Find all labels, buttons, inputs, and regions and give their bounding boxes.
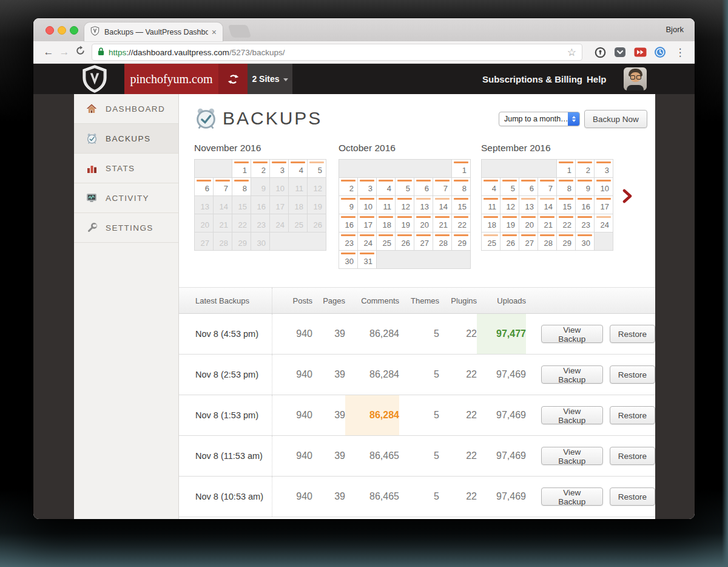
restore-button[interactable]: Restore [610,487,655,506]
current-site-name[interactable]: pinchofyum.com [124,64,218,94]
calendar-day[interactable]: 14 [538,196,557,214]
window-minimize-button[interactable] [58,26,66,35]
calendar-day[interactable]: 1 [232,160,251,178]
calendar-day[interactable]: 29 [452,233,471,251]
calendar-day[interactable]: 15 [557,196,576,214]
calendar-day[interactable]: 21 [433,214,452,233]
calendar-day[interactable]: 7 [433,178,452,196]
calendar-day[interactable]: 6 [519,178,538,196]
calendar-day[interactable]: 3 [270,160,289,178]
history-clock-icon[interactable] [653,45,667,59]
calendar-day[interactable]: 4 [289,160,308,178]
calendar-day[interactable]: 24 [595,214,613,233]
menu-dots-icon[interactable]: ⋮ [673,45,687,59]
calendar-day[interactable]: 23 [339,233,358,251]
view-backup-button[interactable]: View Backup [541,406,603,424]
calendar-day[interactable]: 11 [482,196,500,214]
fastforward-icon[interactable] [633,45,647,59]
restore-button[interactable]: Restore [610,447,655,465]
window-zoom-button[interactable] [70,26,78,35]
calendar-day[interactable]: 27 [414,233,433,251]
vaultpress-shield-icon[interactable] [81,65,109,95]
calendar-day[interactable]: 24 [358,233,377,251]
calendar-day[interactable]: 14 [433,196,452,214]
calendar-day[interactable]: 17 [358,214,377,233]
calendar-day[interactable]: 29 [557,233,576,251]
calendar-day[interactable]: 6 [195,178,214,196]
restore-button[interactable]: Restore [610,325,655,343]
subscriptions-billing-link[interactable]: Subscriptions & Billing [482,64,582,94]
calendar-day[interactable]: 9 [339,196,358,214]
calendar-day[interactable]: 10 [358,196,377,214]
refresh-icon[interactable] [72,46,88,59]
tab-close-icon[interactable]: × [212,28,217,36]
calendar-day[interactable]: 8 [452,178,471,196]
sidebar-item-activity[interactable]: ACTIVITY [74,183,178,213]
calendar-day[interactable]: 16 [339,214,358,233]
calendar-day[interactable]: 28 [538,233,557,251]
pocket-icon[interactable] [613,45,627,59]
sidebar-item-stats[interactable]: STATS [74,154,178,183]
calendar-day[interactable]: 22 [557,214,576,233]
calendar-day[interactable]: 27 [519,233,538,251]
calendar-day[interactable]: 8 [557,178,576,196]
calendar-day[interactable]: 21 [538,214,557,233]
calendar-day[interactable]: 4 [482,178,500,196]
user-avatar[interactable] [624,67,647,90]
calendar-day[interactable]: 9 [576,178,595,196]
view-backup-button[interactable]: View Backup [541,487,603,506]
url-bar[interactable]: https://dashboard.vaultpress.com/5273/ba… [92,44,582,61]
next-months-arrow[interactable] [622,189,632,206]
sidebar-item-settings[interactable]: SETTINGS [74,213,178,243]
calendar-day[interactable]: 10 [595,178,613,196]
address-text[interactable]: https://dashboard.vaultpress.com/5273/ba… [109,48,567,57]
view-backup-button[interactable]: View Backup [541,365,603,384]
calendar-day[interactable]: 7 [538,178,557,196]
sidebar-item-backups[interactable]: BACKUPS [74,124,178,154]
back-arrow-icon[interactable]: ← [41,46,56,58]
view-backup-button[interactable]: View Backup [541,447,603,465]
calendar-day[interactable]: 25 [482,233,500,251]
backup-now-button[interactable]: Backup Now [584,110,647,128]
calendar-day[interactable]: 5 [396,178,414,196]
calendar-day[interactable]: 1 [452,160,471,178]
calendar-day[interactable]: 19 [500,214,519,233]
calendar-day[interactable]: 30 [576,233,595,251]
calendar-day[interactable]: 15 [452,196,471,214]
restore-button[interactable]: Restore [610,406,655,424]
calendar-day[interactable]: 20 [519,214,538,233]
help-link[interactable]: Help [587,64,607,94]
calendar-day[interactable]: 18 [377,214,396,233]
star-icon[interactable]: ☆ [567,46,576,59]
calendar-day[interactable]: 3 [358,178,377,196]
calendar-day[interactable]: 8 [232,178,251,196]
restore-button[interactable]: Restore [610,365,655,384]
calendar-day[interactable]: 1 [557,160,576,178]
calendar-day[interactable]: 22 [452,214,471,233]
calendar-day[interactable]: 2 [339,178,358,196]
onepassword-icon[interactable] [593,45,607,59]
calendar-day[interactable]: 25 [377,233,396,251]
calendar-day[interactable]: 2 [576,160,595,178]
calendar-day[interactable]: 16 [576,196,595,214]
calendar-day[interactable]: 26 [500,233,519,251]
calendar-day[interactable]: 30 [339,251,358,269]
calendar-day[interactable]: 2 [251,160,270,178]
sites-dropdown[interactable]: 2 Sites [248,64,292,94]
sidebar-item-dashboard[interactable]: DASHBOARD [74,94,178,124]
calendar-day[interactable]: 13 [414,196,433,214]
calendar-day[interactable]: 11 [377,196,396,214]
calendar-day[interactable]: 17 [595,196,613,214]
calendar-day[interactable]: 4 [377,178,396,196]
calendar-day[interactable]: 12 [396,196,414,214]
calendar-day[interactable]: 12 [500,196,519,214]
calendar-day[interactable]: 3 [595,160,613,178]
sync-site-button[interactable] [218,64,248,94]
calendar-day[interactable]: 23 [576,214,595,233]
calendar-day[interactable]: 28 [433,233,452,251]
browser-profile-name[interactable]: Bjork [666,25,684,34]
calendar-day[interactable]: 20 [414,214,433,233]
calendar-day[interactable]: 31 [358,251,377,269]
calendar-day[interactable]: 26 [396,233,414,251]
calendar-day[interactable]: 5 [308,160,326,178]
